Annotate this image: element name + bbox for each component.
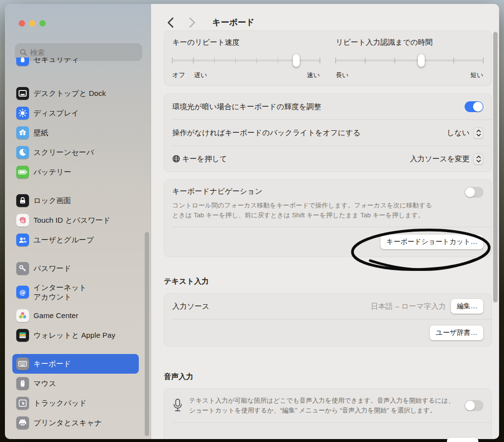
panel-header: キーボード <box>164 4 492 30</box>
sidebar-item-internet-accounts[interactable]: @インターネット アカウント <box>12 278 139 306</box>
text-input-heading: テキスト入力 <box>164 277 492 286</box>
keyboard-options-card: 環境光が暗い場合にキーボードの輝度を調整 操作がなければキーボードのバックライト… <box>164 93 492 172</box>
slider-tick <box>256 58 257 63</box>
globe-key-stepper[interactable] <box>473 153 483 165</box>
sidebar-item-security-partial[interactable]: セキュリティ <box>12 58 139 68</box>
globe-key-row: キーを押して 入力ソースを変更 <box>164 146 491 172</box>
keyboard-navigation-label: キーボードナビゲーション <box>172 187 465 196</box>
sidebar-item-display[interactable]: ディスプレイ <box>12 103 139 123</box>
brightness-row: 環境光が暗い場合にキーボードの輝度を調整 <box>164 94 491 119</box>
backlight-off-value: しない <box>447 128 470 138</box>
wallpaper-icon <box>16 126 29 139</box>
backlight-off-label: 操作がなければキーボードのバックライトをオフにする <box>172 128 447 138</box>
display-icon <box>16 107 29 119</box>
slider-tick <box>319 58 320 63</box>
sidebar-item-label: キーボード <box>33 359 71 369</box>
sidebar-item-mouse[interactable]: マウス <box>12 374 139 393</box>
sidebar-item-label: プリンタとスキャナ <box>33 418 102 428</box>
up-down-chevrons-icon <box>476 129 481 137</box>
input-source-label: 入力ソース <box>172 302 371 311</box>
keyboard-navigation-card: キーボードナビゲーション コントロール間のフォーカス移動をキーボードで操作します… <box>164 179 492 257</box>
keyboard-settings-panel: キーボード キーのリピート速度 オフ 遅い 速い リピート入力認識までの時間 <box>151 4 499 439</box>
key-repeat-slider[interactable] <box>172 54 320 67</box>
slider-tick <box>453 58 454 63</box>
dictation-toggle[interactable] <box>465 400 483 411</box>
sidebar-item-label: Game Center <box>33 311 78 321</box>
slider-tick <box>394 58 395 63</box>
users-groups-icon <box>16 234 29 246</box>
search-input[interactable] <box>30 48 137 57</box>
label-slow: 遅い <box>194 71 207 80</box>
backlight-off-stepper[interactable] <box>473 127 483 139</box>
dictation-card: テキスト入力が可能な箇所はどこでも音声入力を使用できます。音声入力を開始するには… <box>164 388 492 439</box>
input-source-row: 入力ソース 日本語 – ローマ字入力 編集… <box>164 294 491 319</box>
system-settings-window: セキュリティ デスクトップと Dockディスプレイ壁紙スクリーンセーババッテリー… <box>5 4 499 439</box>
keyboard-navigation-description: コントロール間のフォーカス移動をキーボードで操作します。フォーカスを次に移動する… <box>164 198 440 227</box>
sidebar-item-screensaver[interactable]: スクリーンセーバ <box>12 143 139 162</box>
sidebar-item-desktop-dock[interactable]: デスクトップと Dock <box>12 84 139 103</box>
user-dictionary-button[interactable]: ユーザ辞書… <box>430 325 483 340</box>
partial-button[interactable] <box>447 438 478 442</box>
label-fast: 速い <box>307 71 320 80</box>
internet-accounts-icon: @ <box>16 286 29 298</box>
keyboard-navigation-toggle[interactable] <box>465 187 483 198</box>
chevron-left-icon <box>167 17 174 28</box>
repeat-delay-column: リピート入力認識までの時間 長い 短い <box>336 38 483 80</box>
sidebar-item-label: デスクトップと Dock <box>33 88 106 98</box>
lock-screen-icon <box>16 194 29 207</box>
sidebar-item-label: 壁紙 <box>33 128 48 138</box>
sidebar-group: キーボードマウストラックパッドプリンタとスキャナ <box>12 354 139 433</box>
sidebar-item-printers-scanners[interactable]: プリンタとスキャナ <box>12 413 139 433</box>
sidebar-item-touch-id[interactable]: Touch ID とパスワード <box>12 210 139 230</box>
label-off: オフ <box>172 71 186 80</box>
sidebar-item-label: ユーザとグループ <box>33 235 94 245</box>
globe-key-label: キーを押して <box>182 154 227 164</box>
sidebar-item-passwords[interactable]: パスワード <box>12 259 139 278</box>
slider-tick <box>172 58 173 63</box>
sidebar-item-lock-screen[interactable]: ロック画面 <box>12 191 139 210</box>
forward-button[interactable] <box>186 16 198 29</box>
brightness-label: 環境光が暗い場合にキーボードの輝度を調整 <box>172 102 465 112</box>
sidebar-group: デスクトップと Dockディスプレイ壁紙スクリーンセーババッテリー <box>12 84 139 182</box>
sidebar-item-battery[interactable]: バッテリー <box>12 162 139 182</box>
sidebar-item-users-groups[interactable]: ユーザとグループ <box>12 230 139 250</box>
repeat-delay-slider[interactable] <box>336 54 483 67</box>
sidebar-item-label: Touch ID とパスワード <box>33 215 111 225</box>
sidebar-item-wallet[interactable]: ウォレットと Apple Pay <box>12 325 139 345</box>
main-scrollbar[interactable] <box>493 32 498 302</box>
touch-id-icon <box>16 214 29 227</box>
edit-input-sources-button[interactable]: 編集… <box>451 299 483 314</box>
sidebar-item-keyboard[interactable]: キーボード <box>12 354 139 374</box>
mouse-icon <box>16 377 29 390</box>
microphone-icon <box>172 398 183 413</box>
slider-tick <box>278 58 279 63</box>
close-window-button[interactable] <box>19 20 25 27</box>
brightness-toggle[interactable] <box>465 101 483 112</box>
sidebar-scrollbar[interactable] <box>145 232 149 436</box>
sidebar-item-trackpad[interactable]: トラックパッド <box>12 393 139 413</box>
label-short: 短い <box>471 71 483 80</box>
keyboard-shortcuts-button[interactable]: キーボードショートカット… <box>380 235 483 249</box>
dictation-description: テキスト入力が可能な箇所はどこでも音声入力を使用できます。音声入力を開始するには… <box>189 396 459 415</box>
minimize-window-button[interactable] <box>29 20 35 27</box>
search-icon <box>20 49 27 56</box>
zoom-window-button[interactable] <box>39 20 46 27</box>
sidebar-group: パスワード@インターネット アカウントGame Centerウォレットと App… <box>12 259 139 345</box>
sidebar-item-game-center[interactable]: Game Center <box>12 306 139 325</box>
slider-thumb[interactable] <box>293 54 300 67</box>
battery-icon <box>16 166 29 178</box>
repeat-delay-label: リピート入力認識までの時間 <box>336 38 483 47</box>
sidebar-item-label: ウォレットと Apple Pay <box>33 330 115 340</box>
sidebar: セキュリティ デスクトップと Dockディスプレイ壁紙スクリーンセーババッテリー… <box>5 4 151 439</box>
sidebar-item-label: パスワード <box>33 264 71 273</box>
wallet-icon <box>16 329 29 342</box>
slider-thumb[interactable] <box>418 54 425 67</box>
sidebar-nav: セキュリティ デスクトップと Dockディスプレイ壁紙スクリーンセーババッテリー… <box>5 58 151 439</box>
slider-tick <box>483 58 484 63</box>
backlight-off-row: 操作がなければキーボードのバックライトをオフにする しない <box>164 120 491 146</box>
text-input-card: 入力ソース 日本語 – ローマ字入力 編集… ユーザ辞書… <box>164 293 492 347</box>
sidebar-item-wallpaper[interactable]: 壁紙 <box>12 123 139 143</box>
sidebar-item-label: インターネット アカウント <box>33 283 87 302</box>
label-long: 長い <box>336 71 348 80</box>
back-button[interactable] <box>164 16 177 29</box>
